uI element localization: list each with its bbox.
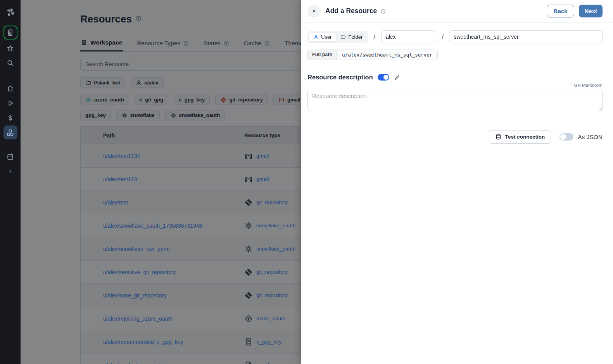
windmill-logo-icon bbox=[5, 7, 16, 17]
person-icon bbox=[313, 34, 319, 39]
drawer-title: Add a Resource bbox=[325, 7, 377, 15]
star-icon bbox=[7, 45, 14, 52]
drawer-header: × Add a Resource Back Next bbox=[301, 0, 613, 22]
left-sidebar bbox=[0, 0, 21, 364]
kind-folder-option[interactable]: Folder bbox=[336, 32, 367, 42]
sidebar-item-windmill-logo[interactable] bbox=[3, 5, 17, 19]
pencil-icon[interactable] bbox=[394, 74, 400, 81]
info-icon bbox=[380, 9, 386, 14]
description-toggle[interactable] bbox=[378, 74, 389, 81]
test-connection-button[interactable]: Test connection bbox=[489, 130, 551, 144]
sidebar-item-dollar[interactable] bbox=[3, 111, 17, 125]
sidebar-item-plus[interactable] bbox=[3, 164, 17, 178]
sidebar-item-search[interactable] bbox=[3, 56, 17, 70]
folder-icon bbox=[340, 34, 346, 39]
modal-overlay[interactable] bbox=[21, 0, 301, 364]
kind-folder-label: Folder bbox=[348, 34, 363, 40]
database-icon bbox=[495, 134, 502, 140]
play-icon bbox=[7, 100, 14, 107]
path-separator: / bbox=[442, 33, 444, 41]
sidebar-item-boxes[interactable] bbox=[3, 125, 17, 139]
gh-markdown-label: GH Markdown bbox=[307, 83, 603, 88]
next-button[interactable]: Next bbox=[579, 5, 603, 17]
path-separator: / bbox=[373, 33, 376, 41]
plus-icon bbox=[8, 168, 13, 174]
building-icon bbox=[7, 29, 14, 36]
owner-kind-segment: User Folder bbox=[307, 31, 368, 43]
sidebar-item-building[interactable] bbox=[3, 26, 17, 39]
resource-name-input[interactable] bbox=[449, 30, 603, 43]
back-button[interactable]: Back bbox=[547, 5, 575, 17]
path-builder: User Folder / / bbox=[307, 30, 603, 43]
close-icon[interactable]: × bbox=[307, 5, 321, 18]
full-path: Full path u/alex/sweetheart_ms_sql_serve… bbox=[307, 50, 438, 60]
sidebar-item-calendar[interactable] bbox=[3, 149, 17, 163]
as-json-label: As JSON bbox=[578, 134, 603, 141]
resource-description-title: Resource description bbox=[307, 74, 373, 81]
owner-input[interactable] bbox=[381, 30, 436, 43]
kind-user-label: User bbox=[321, 34, 332, 40]
search-icon bbox=[7, 59, 14, 67]
dollar-icon bbox=[7, 114, 14, 122]
home-icon bbox=[7, 85, 14, 92]
full-path-value: u/alex/sweetheart_ms_sql_server bbox=[337, 50, 437, 60]
as-json-toggle[interactable] bbox=[559, 133, 573, 141]
sidebar-item-star[interactable] bbox=[3, 41, 17, 55]
sidebar-item-play[interactable] bbox=[3, 96, 17, 110]
calendar-icon bbox=[7, 153, 14, 160]
sidebar-item-home[interactable] bbox=[3, 81, 17, 95]
kind-user-option[interactable]: User bbox=[309, 32, 336, 42]
test-connection-label: Test connection bbox=[505, 134, 545, 140]
full-path-label: Full path bbox=[308, 50, 337, 60]
resource-description-textarea[interactable] bbox=[307, 89, 603, 111]
add-resource-drawer: × Add a Resource Back Next User Folder /… bbox=[301, 0, 613, 364]
boxes-icon bbox=[7, 129, 14, 136]
